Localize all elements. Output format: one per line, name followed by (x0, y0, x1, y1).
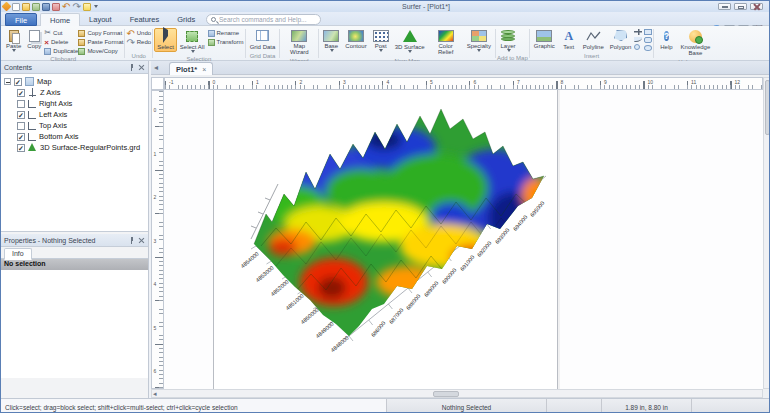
tree-item-map[interactable]: ✓ Map (1, 76, 148, 87)
dropdown-arrow-icon (507, 49, 511, 52)
open-file-icon[interactable] (22, 3, 30, 11)
circle-icon[interactable] (634, 44, 640, 50)
tab-home[interactable]: Home (40, 13, 80, 26)
spline-icon[interactable] (634, 37, 642, 42)
import-icon[interactable] (32, 3, 40, 11)
transform-icon (208, 39, 215, 46)
close-button[interactable] (750, 3, 763, 10)
tree-item-z-axis[interactable]: ✓ Z Axis (1, 87, 148, 98)
vertical-scrollbar-thumb[interactable] (765, 80, 770, 135)
search-input[interactable]: Search commands and Help... (206, 14, 321, 25)
group-label-insert: Insert (531, 52, 653, 60)
collapse-icon[interactable] (4, 78, 11, 85)
delete-button[interactable]: ×Delete (44, 38, 78, 46)
redo-icon: ↷ (126, 38, 134, 47)
close-icon[interactable] (138, 237, 145, 244)
export-icon[interactable] (52, 3, 60, 11)
color-relief-button[interactable]: Color Relief (428, 28, 464, 57)
text-button[interactable]: AText (558, 28, 580, 52)
transform-button[interactable]: Transform (208, 38, 244, 46)
select-cursor-icon (157, 30, 173, 43)
document-tab-plot1[interactable]: Plot1* × (169, 62, 213, 75)
rename-button[interactable]: Rename (208, 29, 244, 37)
tree-item-label: 3D Surface-RegularPoints.grd (40, 143, 140, 152)
save-icon[interactable] (42, 3, 50, 11)
tab-file[interactable]: File (5, 13, 37, 26)
post-map-button[interactable]: Post (370, 28, 392, 54)
undo-button[interactable]: ↶Undo (126, 29, 151, 37)
tab-info[interactable]: Info (4, 248, 32, 260)
help-button[interactable]: ?Help (655, 28, 677, 52)
grid-data-button[interactable]: Grid Data (247, 28, 279, 52)
layer-button[interactable]: Layer (497, 28, 519, 54)
duplicate-button[interactable]: Duplicate (44, 47, 78, 55)
checkbox[interactable]: ✓ (17, 111, 25, 119)
maximize-button[interactable] (734, 3, 747, 10)
document-tab-close-icon[interactable]: × (202, 66, 206, 73)
copy-format-button[interactable]: Copy Format (78, 29, 123, 37)
vertical-scrollbar[interactable] (763, 77, 770, 389)
tab-scroll-left-icon[interactable]: ◂ (154, 63, 158, 72)
scroll-left-icon[interactable]: ◂ (153, 390, 157, 398)
polygon-button[interactable]: Polygon (607, 28, 635, 52)
specialty-button[interactable]: Specialty (464, 28, 494, 54)
knowledge-base-button[interactable]: Knowledge Base (677, 28, 713, 58)
paste-button[interactable]: Paste (3, 28, 24, 54)
cut-button[interactable]: ✂Cut (44, 29, 78, 37)
new-file-icon[interactable] (12, 3, 20, 11)
3d-surface-plot[interactable] (236, 96, 556, 341)
tab-grids[interactable]: Grids (168, 13, 204, 26)
worksheet-icon[interactable] (83, 3, 91, 11)
tab-features[interactable]: Features (121, 13, 169, 26)
tree-item-bottom-axis[interactable]: ✓ Bottom Axis (1, 131, 148, 142)
app-window-controls (718, 3, 763, 10)
paste-format-button[interactable]: Paste Format (78, 38, 123, 46)
ruler-number: 8 (561, 79, 564, 85)
group-label-undo: Undo (126, 52, 151, 60)
checkbox[interactable]: ✓ (14, 78, 22, 86)
tree-item-label: Bottom Axis (39, 132, 79, 141)
rectangle-icon[interactable] (644, 29, 652, 35)
ellipse-icon[interactable] (644, 45, 652, 51)
pin-icon[interactable] (128, 237, 135, 244)
tab-layout[interactable]: Layout (80, 13, 121, 26)
close-icon[interactable] (138, 64, 145, 71)
select-all-button[interactable]: Select All (177, 28, 208, 55)
rounded-rectangle-icon[interactable] (644, 37, 652, 43)
tree-item-left-axis[interactable]: ✓ Left Axis (1, 109, 148, 120)
plot-page[interactable]: 4854000485300048520004851000485000048490… (164, 90, 763, 389)
post-map-icon (373, 30, 389, 42)
checkbox[interactable]: ✓ (17, 89, 25, 97)
move-copy-button[interactable]: Move/Copy (78, 47, 123, 55)
symbol-icon[interactable] (634, 29, 642, 35)
qat-dropdown-icon[interactable] (94, 5, 98, 8)
checkbox[interactable]: ✓ (17, 144, 25, 152)
polyline-button[interactable]: Polyline (580, 28, 607, 52)
base-map-button[interactable]: Base (320, 28, 342, 54)
horizontal-scrollbar-thumb[interactable] (433, 391, 459, 397)
redo-icon[interactable]: ↷ (72, 2, 80, 11)
pin-icon[interactable] (128, 64, 135, 71)
tree-item-top-axis[interactable]: Top Axis (1, 120, 148, 131)
checkbox[interactable] (17, 100, 25, 108)
contour-map-button[interactable]: Contour (342, 28, 369, 51)
group-grid-data: Grid Data Grid Data (247, 27, 279, 60)
copy-button[interactable]: Copy (24, 28, 44, 51)
tree-item-label: Map (37, 77, 52, 86)
undo-icon[interactable]: ↶ (62, 2, 70, 11)
checkbox[interactable]: ✓ (17, 133, 25, 141)
surface-3d-button[interactable]: 3D Surface (392, 28, 428, 55)
select-button[interactable]: Select (154, 28, 177, 52)
tree-item-3d-surface[interactable]: ✓ 3D Surface-RegularPoints.grd (1, 142, 148, 153)
map-wizard-button[interactable]: Map Wizard (281, 28, 317, 57)
surfer-logo-icon[interactable] (2, 2, 12, 12)
redo-button[interactable]: ↷Redo (126, 38, 151, 46)
color-relief-icon (438, 30, 454, 42)
vertical-ruler[interactable]: 0123456 (151, 90, 164, 389)
tree-item-right-axis[interactable]: Right Axis (1, 98, 148, 109)
graphic-button[interactable]: Graphic (531, 28, 558, 51)
minimize-button[interactable] (718, 3, 731, 10)
horizontal-scrollbar[interactable]: ◂ (151, 389, 763, 398)
horizontal-ruler[interactable]: -10123456789101112 (164, 77, 763, 90)
checkbox[interactable] (17, 122, 25, 130)
